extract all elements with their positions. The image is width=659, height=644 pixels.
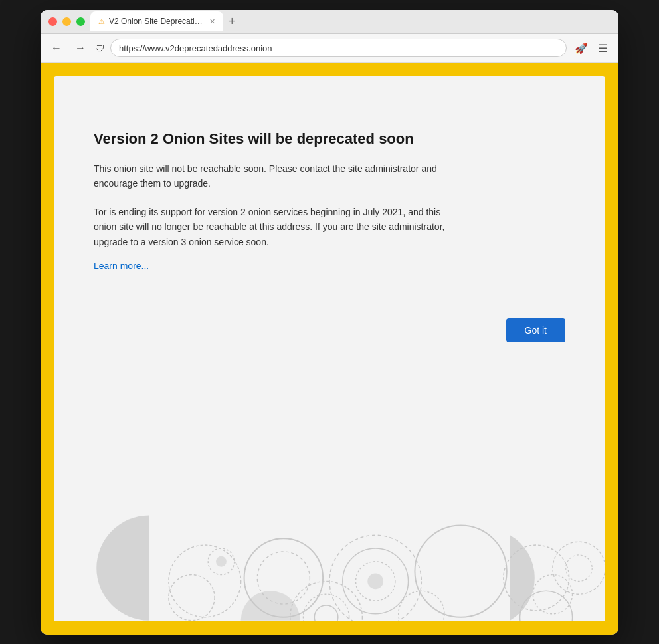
svg-point-13 <box>290 581 363 621</box>
warning-detail: Tor is ending its support for version 2 … <box>94 205 466 249</box>
svg-point-1 <box>169 574 215 620</box>
svg-point-10 <box>415 525 506 617</box>
svg-point-9 <box>367 573 383 589</box>
svg-point-19 <box>566 554 593 581</box>
page-inner: Version 2 Onion Sites will be deprecated… <box>54 76 605 621</box>
close-button[interactable] <box>48 17 57 26</box>
menu-icon: ☰ <box>598 42 607 54</box>
window-controls <box>48 17 85 26</box>
warning-description: This onion site will not be reachable so… <box>94 161 466 191</box>
active-tab[interactable]: ⚠ V2 Onion Site Deprecation War… ✕ <box>90 11 223 31</box>
decorative-area <box>54 475 605 621</box>
forward-icon: → <box>75 42 86 54</box>
browser-window: ⚠ V2 Onion Site Deprecation War… ✕ + ← →… <box>41 10 618 635</box>
page-heading: Version 2 Onion Sites will be deprecated… <box>94 130 466 149</box>
svg-point-0 <box>169 545 241 617</box>
content-area: Version 2 Onion Sites will be deprecated… <box>54 76 506 299</box>
title-bar: ⚠ V2 Onion Site Deprecation War… ✕ + <box>41 10 618 34</box>
svg-point-18 <box>553 542 605 594</box>
page-content: Version 2 Onion Sites will be deprecated… <box>41 63 618 635</box>
shield-icon: 🛡 <box>95 43 105 54</box>
tab-close-button[interactable]: ✕ <box>209 17 215 26</box>
svg-point-3 <box>216 556 227 566</box>
svg-point-12 <box>533 574 572 613</box>
url-text: https://www.v2deprecatedaddress.onion <box>119 43 272 53</box>
toolbar-right: 🚀 ☰ <box>572 39 612 57</box>
rocket-icon: 🚀 <box>575 42 588 54</box>
maximize-button[interactable] <box>76 17 85 26</box>
back-button[interactable]: ← <box>47 39 66 57</box>
minimize-button[interactable] <box>62 17 71 26</box>
tab-warning-icon: ⚠ <box>98 17 105 26</box>
rocket-button[interactable]: 🚀 <box>572 39 591 57</box>
svg-point-14 <box>303 594 349 621</box>
got-it-button[interactable]: Got it <box>506 318 565 342</box>
url-bar[interactable]: https://www.v2deprecatedaddress.onion <box>110 39 567 57</box>
address-bar: ← → 🛡 https://www.v2deprecatedaddress.on… <box>41 34 618 63</box>
new-tab-button[interactable]: + <box>223 11 241 31</box>
learn-more-link[interactable]: Learn more... <box>94 261 149 271</box>
menu-button[interactable]: ☰ <box>593 39 612 57</box>
back-icon: ← <box>51 42 62 54</box>
svg-point-15 <box>314 605 338 621</box>
tab-title: V2 Onion Site Deprecation War… <box>109 17 205 26</box>
tabs-area: ⚠ V2 Onion Site Deprecation War… ✕ + <box>90 11 611 31</box>
forward-button[interactable]: → <box>71 39 90 57</box>
